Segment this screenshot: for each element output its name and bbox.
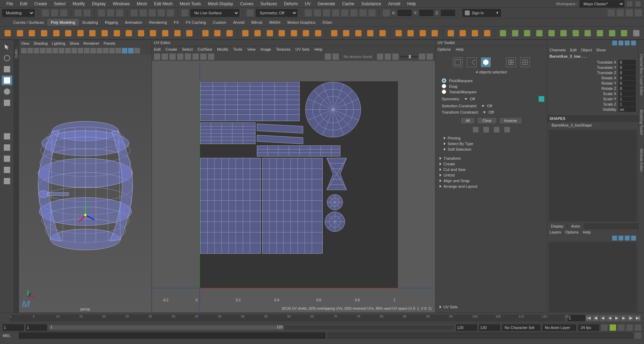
layers-options[interactable]: Options	[565, 230, 579, 234]
shelf-poly-icon[interactable]	[378, 28, 388, 38]
menu-display[interactable]: Display	[89, 1, 109, 6]
vp-icon[interactable]	[71, 48, 77, 53]
attr-value[interactable]: 1	[618, 91, 636, 96]
vp-icon[interactable]	[122, 48, 127, 53]
scale-tool[interactable]	[2, 98, 12, 108]
panel-lighting[interactable]: Lighting	[52, 41, 65, 45]
section-uvsets[interactable]: UV Sets	[440, 305, 457, 309]
menu-deform[interactable]: Deform	[280, 1, 301, 6]
attr-value[interactable]: 1	[618, 102, 636, 107]
menu-surfaces[interactable]: Surfaces	[257, 1, 280, 6]
shelf-g-icon[interactable]	[559, 28, 569, 38]
goto-end-icon[interactable]: ▶|	[635, 315, 641, 321]
render-settings-icon[interactable]	[332, 9, 339, 16]
channelbox-tab[interactable]: Channel Box / Layer Editor	[639, 54, 643, 96]
snap-plane-icon[interactable]	[158, 9, 165, 16]
play-back-icon[interactable]: ◀	[607, 315, 613, 321]
goto-start-icon[interactable]: |◀	[586, 315, 592, 321]
uve-icon[interactable]	[332, 53, 339, 60]
layer-icon[interactable]	[612, 236, 617, 241]
shelf-pyr-icon[interactable]	[100, 28, 110, 38]
shelf-tab[interactable]: Custom	[209, 19, 230, 26]
magnet-icon[interactable]	[181, 9, 188, 16]
shelf-torus-icon[interactable]	[51, 28, 61, 38]
uve-icon[interactable]	[385, 53, 391, 60]
uve-menu-item[interactable]: Select	[182, 47, 193, 51]
checker-icon[interactable]	[325, 53, 331, 60]
uve-icon[interactable]	[419, 53, 425, 60]
shelf-g-icon[interactable]	[498, 28, 508, 38]
shelf-ball-icon[interactable]	[160, 28, 170, 38]
sel-obj-icon[interactable]	[107, 9, 114, 16]
vp-icon[interactable]	[46, 48, 52, 53]
symmetry-icon[interactable]	[247, 9, 254, 16]
uve-icon[interactable]	[392, 53, 399, 60]
menu-curves[interactable]: Curves	[237, 1, 257, 6]
vp-icon[interactable]	[78, 48, 83, 53]
save-scene-icon[interactable]	[60, 9, 67, 16]
shelf-g-icon[interactable]	[534, 28, 545, 38]
cb-icon[interactable]	[625, 41, 630, 45]
shelf-svg-icon[interactable]	[184, 28, 195, 38]
shelf-cyl-icon[interactable]	[27, 28, 37, 38]
uve-icon[interactable]	[377, 53, 383, 60]
shelf-g-icon[interactable]	[619, 28, 629, 38]
symmetry-dropdown[interactable]: Symmetry: Off	[256, 9, 298, 17]
loop-icon[interactable]	[610, 324, 616, 331]
shelf-poly-icon[interactable]	[418, 28, 428, 38]
uv-shell-icon[interactable]	[453, 57, 463, 67]
xyz-toggle-icon[interactable]	[383, 9, 390, 16]
modeling-toolkit-tab[interactable]: Modeling Toolkit	[639, 110, 643, 135]
vp-icon[interactable]	[103, 48, 108, 53]
signin-dropdown[interactable]: Sign In▾	[462, 9, 501, 17]
prefs-icon[interactable]	[626, 324, 633, 331]
time-slider[interactable]: 1510152025303540455055606570758085909510…	[0, 313, 644, 323]
menu-create[interactable]: Create	[31, 1, 50, 6]
sel-icon[interactable]	[473, 127, 478, 132]
script-icon[interactable]	[635, 324, 641, 331]
character-set-dropdown[interactable]: No Character Set	[502, 324, 540, 331]
symmetry-value[interactable]: Off	[470, 97, 475, 101]
step-fwd-icon[interactable]: ▶	[621, 315, 627, 321]
uv-edge-icon[interactable]	[467, 57, 477, 67]
shelf-disc-icon[interactable]	[76, 28, 86, 38]
vp-icon[interactable]	[65, 48, 71, 53]
command-input[interactable]	[19, 332, 326, 339]
menu-select[interactable]: Select	[50, 1, 69, 6]
attr-value[interactable]: 0	[618, 86, 636, 91]
shelf-tab[interactable]: Animation	[121, 19, 146, 26]
vp-icon[interactable]	[84, 48, 90, 53]
panel-view[interactable]: View	[21, 41, 29, 45]
attr-value[interactable]: 0	[618, 81, 636, 86]
shelf-poly-icon[interactable]	[265, 28, 275, 38]
attr-value[interactable]: 0	[618, 76, 636, 80]
workspace-dropdown[interactable]: Maya Classic*	[580, 0, 624, 7]
audio-icon[interactable]	[618, 324, 624, 331]
layout-single-icon[interactable]	[2, 131, 12, 141]
layers-menu[interactable]: Layers	[550, 230, 561, 234]
cb-channels[interactable]: Channels	[550, 48, 566, 52]
open-scene-icon[interactable]	[51, 9, 58, 16]
shelf-g-icon[interactable]	[607, 28, 617, 38]
vp-icon[interactable]	[109, 48, 115, 53]
step-fwd-key-icon[interactable]: |▶	[628, 315, 634, 321]
vp-icon[interactable]	[52, 48, 58, 53]
panel-show[interactable]: Show	[70, 41, 79, 45]
uve-icon[interactable]	[208, 53, 214, 60]
shelf-tab[interactable]: Poly Modeling	[47, 19, 78, 26]
layout-four-icon[interactable]	[2, 143, 12, 152]
uvtk-help[interactable]: Help	[456, 47, 464, 51]
shelf-poly-icon[interactable]	[353, 28, 363, 38]
uv-grid-b-icon[interactable]	[520, 57, 530, 67]
anim-layer-dropdown[interactable]: No Anim Layer	[542, 324, 576, 331]
section-unfold[interactable]: Unfold	[440, 173, 544, 177]
shelf-poly-icon[interactable]	[301, 28, 311, 38]
rotate-tool[interactable]	[2, 87, 12, 96]
shelf-poly-icon[interactable]	[365, 28, 376, 38]
shelf-cone-icon[interactable]	[39, 28, 49, 38]
hypershade-icon[interactable]	[341, 9, 348, 16]
section-create[interactable]: Create	[440, 162, 544, 166]
shelf-tab[interactable]: Rigging	[102, 19, 121, 26]
render-icon[interactable]	[314, 9, 321, 16]
module-selector[interactable]: Modeling	[2, 9, 35, 17]
